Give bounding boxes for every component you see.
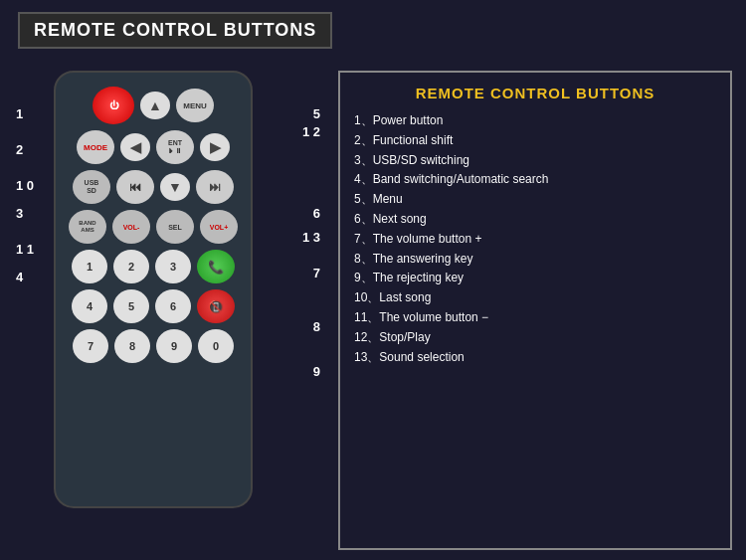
remote-control: ⏻ ▲ MENU MODE ◀ ENT⏵⏸ ▶ USBSD ⏮ ▼ ⏭ BAND… [54, 71, 253, 508]
btn-reject[interactable]: 📵 [197, 289, 235, 323]
btn-0[interactable]: 0 [198, 329, 234, 363]
main-content: 1 2 1 0 3 1 1 4 5 1 2 6 1 3 7 8 9 ⏻ ▲ ME… [0, 61, 746, 560]
btn-3[interactable]: 3 [155, 250, 191, 283]
label-12: 1 2 [302, 124, 320, 139]
btn-8[interactable]: 8 [114, 329, 150, 363]
label-5: 5 [313, 106, 320, 121]
label-11: 1 1 [16, 242, 34, 257]
label-1: 1 [16, 106, 23, 121]
label-8: 8 [313, 319, 320, 334]
btn-6[interactable]: 6 [155, 289, 191, 323]
btn-5[interactable]: 5 [113, 289, 149, 323]
label-2: 2 [16, 142, 23, 157]
btn-menu[interactable]: MENU [176, 89, 214, 122]
info-list-item: 6、Next song [354, 210, 716, 230]
remote-area: 1 2 1 0 3 1 1 4 5 1 2 6 1 3 7 8 9 ⏻ ▲ ME… [14, 71, 322, 550]
row-1: ⏻ ▲ MENU [68, 87, 239, 124]
btn-7[interactable]: 7 [73, 329, 108, 363]
info-panel-title: REMOTE CONTROL BUTTONS [354, 85, 716, 101]
label-4: 4 [16, 270, 23, 284]
row-5: 1 2 3 📞 [68, 250, 239, 283]
row-4: BANDAMS VOL- SEL VOL+ [68, 210, 239, 244]
row-6: 4 5 6 📵 [68, 289, 239, 323]
banner-box: REMOTE CONTROL BUTTONS [18, 12, 332, 49]
info-list-item: 10、Last song [354, 288, 716, 308]
banner-title: REMOTE CONTROL BUTTONS [34, 20, 316, 40]
info-panel: REMOTE CONTROL BUTTONS 1、Power button2、F… [338, 71, 732, 550]
btn-up[interactable]: ▲ [140, 92, 170, 119]
info-list-item: 1、Power button [354, 111, 716, 131]
info-list-item: 2、Functional shift [354, 131, 716, 151]
btn-4[interactable]: 4 [72, 289, 107, 323]
info-list-item: 4、Band switching/Automatic search [354, 170, 716, 190]
btn-ent[interactable]: ENT⏵⏸ [156, 130, 194, 164]
info-list-item: 8、The answering key [354, 250, 716, 270]
top-banner: REMOTE CONTROL BUTTONS [0, 0, 746, 61]
info-list-item: 11、The volume button − [354, 308, 716, 328]
btn-usb-sd[interactable]: USBSD [73, 170, 110, 204]
btn-next[interactable]: ⏭ [196, 170, 234, 204]
row-3: USBSD ⏮ ▼ ⏭ [68, 170, 239, 204]
label-7: 7 [313, 266, 320, 280]
btn-sel[interactable]: SEL [156, 210, 194, 244]
btn-prev[interactable]: ⏮ [116, 170, 154, 204]
row-2: MODE ◀ ENT⏵⏸ ▶ [68, 130, 239, 164]
btn-answer[interactable]: 📞 [197, 250, 235, 283]
btn-mode[interactable]: MODE [77, 130, 114, 164]
info-list-item: 3、USB/SD switching [354, 151, 716, 171]
info-list: 1、Power button2、Functional shift3、USB/SD… [354, 111, 716, 367]
info-list-item: 13、Sound selection [354, 348, 716, 368]
btn-9[interactable]: 9 [156, 329, 192, 363]
row-7: 7 8 9 0 [68, 329, 239, 363]
info-list-item: 5、Menu [354, 190, 716, 210]
label-13: 1 3 [302, 230, 320, 245]
info-list-item: 12、Stop/Play [354, 328, 716, 348]
label-10: 1 0 [16, 178, 34, 193]
btn-right[interactable]: ▶ [200, 133, 230, 161]
label-6: 6 [313, 206, 320, 221]
btn-vol-minus[interactable]: VOL- [112, 210, 150, 244]
btn-band[interactable]: BANDAMS [69, 210, 106, 244]
label-9: 9 [313, 364, 320, 379]
btn-2[interactable]: 2 [113, 250, 149, 283]
btn-1[interactable]: 1 [72, 250, 107, 283]
btn-left[interactable]: ◀ [120, 133, 150, 161]
btn-power[interactable]: ⏻ [93, 87, 134, 124]
btn-down[interactable]: ▼ [160, 173, 190, 201]
info-list-item: 7、The volume button + [354, 230, 716, 250]
label-3: 3 [16, 206, 23, 221]
info-list-item: 9、The rejecting key [354, 269, 716, 288]
btn-vol-plus[interactable]: VOL+ [200, 210, 238, 244]
